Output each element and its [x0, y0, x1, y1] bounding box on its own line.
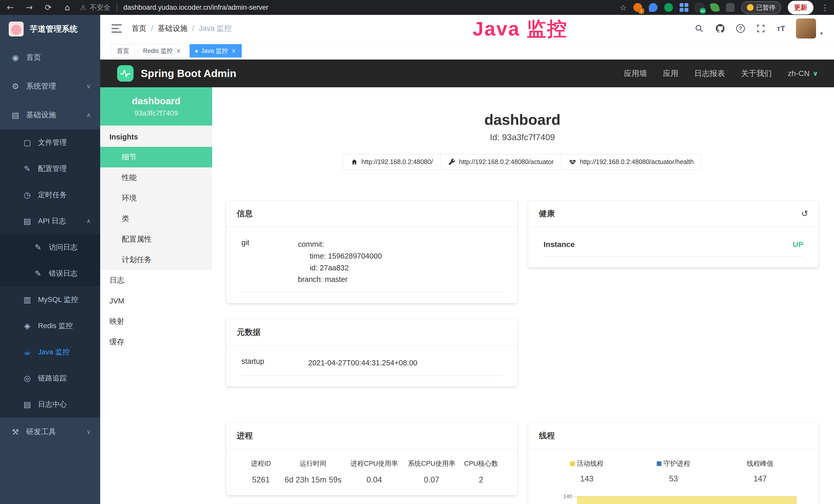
sidebar-item-infra[interactable]: ▤ 基础设施 ∧ [0, 101, 100, 130]
sidebar-item-redis-monitor[interactable]: ◈ Redis 监控 [0, 313, 100, 339]
service-url-button[interactable]: http://192.168.0.2:48080/ [343, 154, 441, 170]
active-threads-area [577, 496, 797, 504]
close-icon[interactable]: × [176, 47, 181, 54]
threads-chart: 140 120 100 [544, 494, 804, 504]
sidebar-item-file-mgmt[interactable]: ▢ 文件管理 [0, 130, 100, 156]
sidebar-item-dev-tools[interactable]: ⚒ 研发工具 ∨ [0, 417, 100, 446]
browser-home-icon[interactable]: ⌂ [62, 3, 72, 12]
sidebar-item-label: 系统管理 [26, 81, 56, 91]
redis-icon: ◈ [23, 321, 32, 330]
sba-item-configprops[interactable]: 配置属性 [100, 229, 212, 250]
sidebar-item-label: 日志中心 [38, 399, 67, 409]
timer-icon: ◷ [23, 190, 32, 200]
sidebar-item-config-mgmt[interactable]: ✎ 配置管理 [0, 156, 100, 182]
sidebar-item-mysql-monitor[interactable]: ▥ MySQL 监控 [0, 287, 100, 313]
address-bar[interactable]: ⚠ 不安全 dashboard.yudao.iocoder.cn/infra/a… [80, 3, 268, 12]
sidebar-item-java-monitor[interactable]: ☕ Java 监控 [0, 339, 100, 365]
sba-nav-applications[interactable]: 应用 [663, 68, 678, 79]
bookmark-star-icon[interactable]: ☆ [620, 3, 627, 12]
sba-header: Spring Boot Admin 应用墙 应用 日志报表 关于我们 zh-CN… [100, 60, 834, 87]
extension-icon-orange[interactable]: 1 [633, 3, 642, 12]
sba-item-mappings[interactable]: 映射 [100, 311, 212, 332]
extension-icon-drop[interactable] [649, 3, 658, 12]
health-url: http://192.168.0.2:48080/actuator/health [580, 158, 694, 166]
extension-icon-pin[interactable] [726, 3, 734, 12]
sidebar-item-label: 首页 [26, 52, 41, 63]
forward-icon[interactable]: → [24, 3, 35, 12]
peak-threads-value: 147 [717, 474, 804, 483]
reload-icon[interactable]: ⟳ [43, 3, 53, 12]
extension-icon-leaf[interactable] [710, 2, 720, 12]
legend-peak-label: 线程峰值 [747, 459, 773, 468]
url-text[interactable]: dashboard.yudao.iocoder.cn/infra/admin-s… [123, 4, 268, 12]
active-dot-icon: ● [195, 49, 198, 53]
question-glyph: ? [739, 25, 742, 32]
breadcrumb-home[interactable]: 首页 [132, 23, 147, 33]
sidebar-item-label: 链路追踪 [38, 373, 67, 383]
sba-item-logs[interactable]: 日志 [100, 270, 212, 291]
instance-header[interactable]: dashboard 93a3fc7f7409 [100, 87, 212, 125]
health-card-title: 健康 [539, 208, 555, 219]
sidebar-item-scheduled-jobs[interactable]: ◷ 定时任务 [0, 182, 100, 208]
sidebar-item-log-center[interactable]: ▤ 日志中心 [0, 391, 100, 417]
tools-icon: ⚒ [11, 427, 20, 436]
sba-locale-select[interactable]: zh-CN ∨ [788, 69, 818, 78]
sba-nav-about[interactable]: 关于我们 [741, 68, 772, 79]
sidebar-item-label: 错误日志 [49, 269, 78, 278]
home-icon [351, 158, 358, 165]
back-icon[interactable]: ← [5, 3, 16, 12]
paused-badge[interactable]: 已暂停 [741, 1, 781, 14]
tab-java-monitor[interactable]: ● Java 监控 × [190, 44, 242, 58]
health-url-button[interactable]: http://192.168.0.2:48080/actuator/health [561, 154, 701, 170]
breadcrumb-infra[interactable]: 基础设施 [158, 23, 188, 33]
process-col-syscpu: 系统CPU使用率 [405, 459, 458, 468]
process-col-pid: 进程ID [243, 459, 279, 468]
actuator-url-button[interactable]: http://192.168.0.2:48080/actuator [440, 154, 562, 170]
history-icon[interactable]: ↺ [801, 209, 808, 219]
user-avatar[interactable] [796, 19, 816, 39]
sidebar-item-label: Redis 监控 [38, 321, 73, 331]
locale-label: zh-CN [788, 69, 810, 78]
sba-nav-journal[interactable]: 日志报表 [694, 68, 725, 79]
service-url: http://192.168.0.2:48080/ [361, 158, 433, 166]
extension-icon-dark[interactable]: on [695, 3, 704, 12]
font-size-icon[interactable]: тT [777, 24, 785, 33]
tab-home[interactable]: 首页 [111, 44, 135, 58]
sidebar-toggle-icon[interactable] [111, 24, 122, 32]
sba-item-classes[interactable]: 类 [100, 208, 212, 229]
sidebar-item-tracing[interactable]: ◎ 链路追踪 [0, 365, 100, 391]
ytick-120: 120 [563, 503, 572, 504]
sidebar-item-access-logs[interactable]: ✎ 访问日志 [0, 234, 100, 260]
daemon-threads-value: 53 [630, 474, 717, 483]
sba-item-scheduled-tasks[interactable]: 计划任务 [100, 250, 212, 270]
page-title: dashboard [226, 111, 819, 128]
sidebar-item-home[interactable]: ◉ 首页 [0, 43, 100, 72]
sba-item-metrics[interactable]: 性能 [100, 167, 212, 188]
sidebar-item-system[interactable]: ⚙ 系统管理 ∨ [0, 72, 100, 101]
sba-item-environment[interactable]: 环境 [100, 188, 212, 208]
fullscreen-icon[interactable] [756, 23, 766, 33]
sba-nav-wallboard[interactable]: 应用墙 [624, 68, 647, 79]
legend-daemon-label[interactable]: 守护进程 [663, 459, 690, 468]
browser-menu-icon[interactable]: ⋮ [821, 3, 829, 12]
process-card: 进程 进程ID 5261 运行时间 [226, 422, 517, 495]
extension-icon-green[interactable] [664, 3, 673, 12]
breadcrumb-separator: / [151, 24, 153, 33]
git-time-line: time: 1596289704000 [298, 250, 382, 262]
legend-active-label[interactable]: 活动线程 [577, 459, 603, 468]
search-icon[interactable] [694, 23, 704, 33]
extension-icon-grid[interactable] [680, 3, 688, 12]
sba-item-caches[interactable]: 缓存 [100, 332, 212, 352]
sba-item-details[interactable]: 细节 [100, 147, 212, 167]
help-icon[interactable]: ? [736, 24, 745, 33]
health-row-instance[interactable]: Instance UP [544, 229, 804, 257]
update-button[interactable]: 更新 [788, 1, 813, 15]
info-key: git [241, 238, 298, 285]
github-icon[interactable] [715, 23, 725, 33]
sidebar-item-error-logs[interactable]: ✎ 错误日志 [0, 260, 100, 287]
tab-redis-monitor[interactable]: Redis 监控 × [138, 44, 186, 58]
sidebar-item-api-logs[interactable]: ▤ API 日志 ∧ [0, 208, 100, 234]
close-icon[interactable]: × [231, 47, 236, 54]
sba-item-jvm[interactable]: JVM [100, 291, 212, 311]
app-logo-row[interactable]: 芋道管理系统 [0, 15, 100, 43]
